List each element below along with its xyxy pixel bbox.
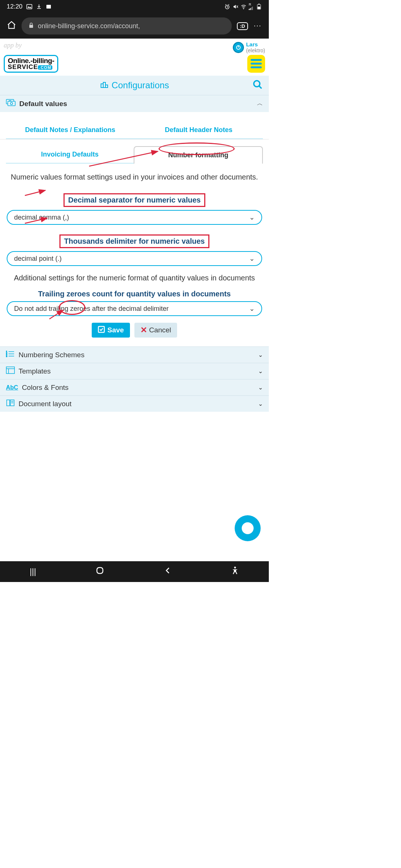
svg-point-29 (234, 567, 236, 569)
chevron-down-icon: ⌄ (258, 351, 263, 358)
lock-icon (28, 22, 34, 30)
section-label: Colors & Fonts (22, 384, 69, 392)
svg-rect-10 (258, 7, 260, 9)
recents-icon[interactable]: ||| (30, 567, 36, 576)
status-left: 12:20 (7, 3, 52, 10)
wifi-icon (241, 4, 247, 10)
back-icon[interactable] (164, 567, 172, 576)
chevron-down-icon: ⌄ (249, 254, 255, 263)
alarm-icon (224, 4, 230, 10)
svg-rect-25 (6, 367, 14, 374)
user-block[interactable]: Lars (elektro) (233, 42, 265, 53)
config-icon (100, 80, 109, 91)
address-bar[interactable]: online-billing-service.com/account, (22, 17, 232, 34)
section-label: Default values (19, 100, 67, 108)
clock: 12:20 (7, 3, 23, 10)
svg-rect-26 (7, 400, 10, 406)
user-company: (elektro) (246, 48, 265, 53)
section-numbering-schemes[interactable]: 123Numbering Schemes ⌄ (0, 346, 269, 363)
svg-rect-6 (251, 7, 252, 10)
browser-bar: online-billing-service.com/account, :D ⋮ (0, 13, 269, 39)
home-nav-icon[interactable] (95, 566, 104, 577)
section-document-layout[interactable]: Document layout ⌄ (0, 395, 269, 412)
chevron-down-icon: ⌄ (249, 305, 255, 313)
chat-bubble-icon (242, 522, 254, 534)
svg-point-16 (254, 81, 260, 87)
home-icon[interactable] (7, 20, 16, 32)
chevron-down-icon: ⌄ (258, 384, 263, 391)
hamburger-menu[interactable] (247, 55, 265, 73)
form-description-2: Additional settings for the numeric form… (3, 273, 266, 283)
logo-line2: SeRVice (8, 63, 38, 70)
chevron-up-icon: ︿ (257, 100, 263, 108)
app-by-label: app by (4, 42, 22, 49)
battery-icon (256, 4, 262, 10)
tab-default-notes[interactable]: Default Notes / Explanations (6, 122, 134, 139)
decimal-separator-select[interactable]: decimal comma (,) ⌄ (7, 210, 262, 225)
money-icon (6, 99, 16, 108)
svg-rect-28 (97, 568, 103, 573)
image-icon (26, 4, 32, 10)
tab-invoicing-defaults[interactable]: Invoicing Defaults (6, 146, 134, 164)
svg-rect-7 (252, 7, 253, 10)
power-icon (233, 42, 244, 53)
section-label: Document layout (19, 400, 72, 408)
chevron-down-icon: ⌄ (249, 213, 255, 221)
chat-fab[interactable] (235, 515, 261, 541)
menu-dots-icon[interactable]: ⋮ (253, 22, 262, 30)
svg-point-3 (243, 9, 244, 9)
select-value: decimal comma (,) (14, 214, 69, 221)
section-templates[interactable]: Templates ⌄ (0, 363, 269, 379)
tab-header-notes[interactable]: Default Header Notes (134, 122, 263, 139)
select-value: Do not add trailing zeroes after the dec… (14, 305, 169, 313)
cancel-label: Cancel (149, 326, 171, 334)
tabs-row-2: Invoicing Defaults Number formatting (0, 146, 269, 164)
config-title: Configurations (112, 80, 169, 91)
svg-rect-9 (258, 4, 260, 4)
x-icon: ✕ (140, 325, 147, 335)
button-row: Save ✕ Cancel (0, 323, 269, 338)
abc-icon: AbC (6, 384, 18, 391)
nav-bar: ||| (0, 561, 269, 582)
card-icon (46, 4, 52, 10)
svg-rect-5 (250, 8, 251, 10)
chevron-down-icon: ⌄ (258, 400, 263, 407)
user-name: Lars (246, 42, 265, 48)
status-right: R (224, 4, 262, 10)
tab-number-formatting[interactable]: Number formatting (134, 146, 263, 164)
svg-text:3: 3 (6, 355, 7, 357)
tabs-badge[interactable]: :D (237, 22, 248, 30)
page-header: app by Lars (elektro) (0, 39, 269, 55)
svg-rect-11 (29, 25, 33, 28)
chevron-down-icon: ⌄ (258, 368, 263, 375)
svg-rect-4 (249, 9, 250, 10)
logo[interactable]: Online.-billing- SeRVice.com (4, 55, 58, 73)
save-label: Save (107, 326, 124, 334)
thousands-delimiter-label: Thousands delimiter for numeric values (59, 234, 210, 248)
svg-rect-15 (105, 85, 108, 88)
section-default-values[interactable]: Default values ︿ (0, 95, 269, 112)
thousands-delimiter-select[interactable]: decimal point (.) ⌄ (7, 251, 262, 266)
mute-icon (232, 4, 238, 10)
svg-rect-1 (46, 5, 51, 9)
select-value: decimal point (.) (14, 255, 62, 263)
status-bar: 12:20 R (0, 0, 269, 13)
url-text: online-billing-service.com/account, (38, 22, 140, 30)
decimal-separator-label: Decimal separator for numeric values (63, 193, 206, 207)
svg-rect-0 (27, 4, 32, 9)
save-button[interactable]: Save (92, 323, 130, 338)
cancel-button[interactable]: ✕ Cancel (134, 323, 177, 338)
signal-icon: R (249, 3, 254, 9)
form-description: Numeric values format settings used in y… (3, 172, 266, 182)
header-row-2: Online.-billing- SeRVice.com (0, 55, 269, 76)
template-icon (6, 366, 15, 376)
list-icon: 123 (6, 350, 15, 359)
section-label: Templates (19, 367, 51, 375)
section-colors-fonts[interactable]: AbCColors & Fonts ⌄ (0, 379, 269, 395)
accessibility-icon[interactable] (231, 566, 239, 577)
trailing-zeroes-label: Trailing zeroes count for quantity value… (7, 290, 261, 298)
trailing-zeroes-select[interactable]: Do not add trailing zeroes after the dec… (7, 301, 262, 316)
section-label: Numbering Schemes (19, 351, 84, 359)
config-bar: Configurations (0, 76, 269, 95)
search-icon[interactable] (252, 79, 263, 91)
